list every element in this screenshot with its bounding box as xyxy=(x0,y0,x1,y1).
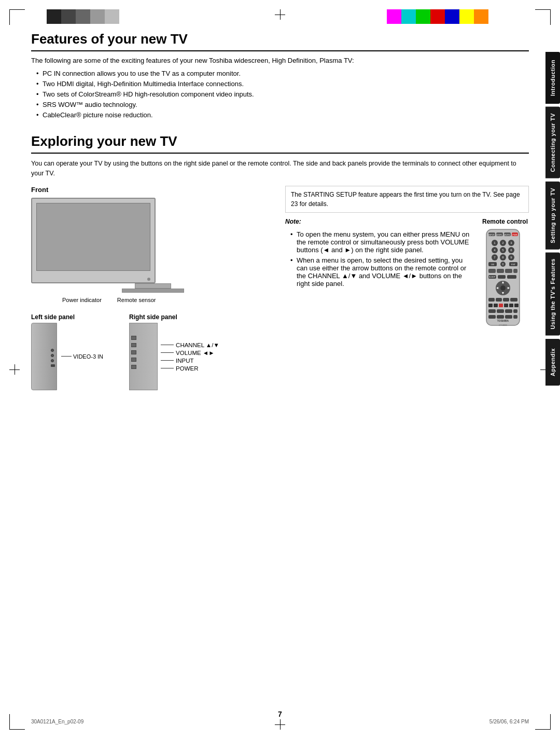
right-panel-area: Right side panel xyxy=(129,313,219,390)
front-label: Front xyxy=(31,186,275,194)
tab-connecting[interactable]: Connecting your TV xyxy=(545,107,560,179)
starting-setup-box: The STARTING SETUP feature appears the f… xyxy=(285,186,529,213)
svg-rect-34 xyxy=(497,269,504,273)
svg-text:ENT: ENT xyxy=(511,263,516,266)
svg-rect-39 xyxy=(507,275,516,279)
tab-using-label: Using the TV's Features xyxy=(550,258,556,329)
tab-introduction[interactable]: Introduction xyxy=(545,52,560,104)
features-list: PC IN connection allows you to use the T… xyxy=(36,70,529,119)
tv-front-body xyxy=(31,198,156,283)
volume-label: VOLUME ◄► xyxy=(161,350,219,356)
list-item: CableClear® picture noise reduction. xyxy=(36,111,529,119)
corner-mark-tr xyxy=(535,9,551,25)
tab-setting-label: Setting up your TV xyxy=(550,188,556,243)
svg-rect-33 xyxy=(488,269,496,273)
note-remote-area: Note: To open the menu system, you can e… xyxy=(285,218,529,334)
svg-text:INPUT: INPUT xyxy=(488,234,495,236)
footer-right: 5/26/06, 6:24 PM xyxy=(489,719,529,724)
svg-text:TOSHIBA: TOSHIBA xyxy=(497,319,509,322)
svg-rect-60 xyxy=(513,309,517,313)
note-list: To open the menu system, you can either … xyxy=(290,230,472,288)
note-label: Note: xyxy=(285,218,301,225)
front-annotations: Power indicator Remote sensor xyxy=(62,297,275,303)
svg-rect-36 xyxy=(513,269,517,273)
svg-rect-53 xyxy=(499,304,503,307)
crosshair-bottom xyxy=(275,719,285,730)
svg-rect-48 xyxy=(496,298,502,302)
svg-text:SLEEP: SLEEP xyxy=(489,276,496,278)
list-item: When a menu is open, to select the desir… xyxy=(290,256,472,288)
svg-rect-57 xyxy=(488,309,496,313)
note-left: Note: To open the menu system, you can e… xyxy=(285,218,472,334)
channel-label: CHANNEL ▲/▼ xyxy=(161,342,219,348)
features-section: Features of your new TV The following ar… xyxy=(31,31,529,119)
svg-rect-58 xyxy=(497,309,504,313)
crosshair-top xyxy=(275,9,285,20)
tab-connecting-label: Connecting your TV xyxy=(550,113,556,172)
tab-using[interactable]: Using the TV's Features xyxy=(545,252,560,335)
corner-mark-tl xyxy=(9,9,25,25)
left-column: Front Power indicator Remote sensor xyxy=(31,186,275,390)
input-label: INPUT xyxy=(161,358,219,364)
exploring-description: You can operate your TV by using the but… xyxy=(31,159,529,179)
list-item: To open the menu system, you can either … xyxy=(290,230,472,254)
svg-rect-63 xyxy=(505,315,512,319)
svg-text:MUTE: MUTE xyxy=(504,234,510,236)
tv-base-top xyxy=(135,283,171,289)
right-panel-buttons-visual xyxy=(131,336,136,369)
tv-right-side xyxy=(129,323,158,390)
remote-control: INPUT DISPL MUTE PWR xyxy=(482,228,524,334)
corner-mark-bl xyxy=(9,714,25,730)
svg-rect-52 xyxy=(494,304,498,307)
svg-text:▲: ▲ xyxy=(501,280,505,284)
tv-left-side xyxy=(31,323,57,390)
svg-rect-55 xyxy=(509,304,513,307)
page-number: 7 xyxy=(278,710,282,718)
exploring-title: Exploring your new TV xyxy=(31,133,529,154)
svg-rect-56 xyxy=(514,304,519,307)
left-panel-area: Left side panel xyxy=(31,313,103,390)
exploring-section: Exploring your new TV You can operate yo… xyxy=(31,133,529,390)
color-bars-top-right xyxy=(387,9,503,24)
features-title: Features of your new TV xyxy=(31,31,529,51)
left-connectors xyxy=(51,349,55,367)
list-item: PC IN connection allows you to use the T… xyxy=(36,70,529,77)
front-view: Front Power indicator Remote sensor xyxy=(31,186,275,303)
svg-point-46 xyxy=(500,285,506,291)
svg-rect-38 xyxy=(498,275,506,279)
svg-rect-62 xyxy=(497,315,504,319)
svg-text:DISPL: DISPL xyxy=(496,234,502,236)
main-content: Features of your new TV The following ar… xyxy=(31,31,529,708)
features-intro: The following are some of the exciting f… xyxy=(31,57,529,64)
svg-rect-59 xyxy=(505,309,512,313)
tab-setting[interactable]: Setting up your TV xyxy=(545,182,560,250)
corner-mark-br xyxy=(535,714,551,730)
right-tabs: Introduction Connecting your TV Setting … xyxy=(545,52,560,386)
list-item: Two HDMI digital, High-Definition Multim… xyxy=(36,80,529,88)
right-column: The STARTING SETUP feature appears the f… xyxy=(285,186,529,390)
remote-sensor-text: Remote sensor xyxy=(117,297,156,303)
tv-screen xyxy=(36,203,150,271)
svg-rect-49 xyxy=(503,298,509,302)
color-bars-top-left xyxy=(47,9,119,24)
list-item: SRS WOW™ audio technology. xyxy=(36,101,529,108)
tab-appendix[interactable]: Appendix xyxy=(545,339,560,386)
svg-text:100: 100 xyxy=(491,263,495,266)
svg-text:▼: ▼ xyxy=(501,291,505,295)
footer-left: 30A0121A_En_p02-09 xyxy=(31,719,83,724)
list-item: Two sets of ColorStream® HD high-resolut… xyxy=(36,90,529,98)
tab-introduction-label: Introduction xyxy=(550,60,556,96)
diagram-area: Front Power indicator Remote sensor xyxy=(31,186,529,390)
remote-control-label: Remote control xyxy=(482,218,529,225)
tab-appendix-label: Appendix xyxy=(550,348,556,376)
svg-rect-50 xyxy=(510,298,517,302)
svg-rect-64 xyxy=(513,315,517,319)
svg-text:◄: ◄ xyxy=(496,286,499,290)
svg-text:CT-9000: CT-9000 xyxy=(499,324,507,326)
note-right: Remote control INPUT xyxy=(482,218,529,334)
left-side-label: Left side panel xyxy=(31,313,103,321)
svg-text:PWR: PWR xyxy=(512,234,517,236)
svg-text:►: ► xyxy=(507,286,511,290)
remote-svg: INPUT DISPL MUTE PWR xyxy=(482,228,524,332)
svg-rect-35 xyxy=(505,269,512,273)
